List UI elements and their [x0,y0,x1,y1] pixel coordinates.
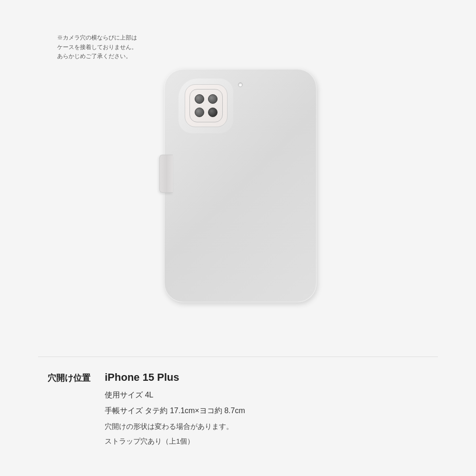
info-table: 穴開け位置 iPhone 15 Plus 使用サイズ 4L 手帳サイズ タテ約 … [48,371,428,447]
dimensions: 手帳サイズ タテ約 17.1cm×ヨコ約 8.7cm [105,404,428,418]
hole-position-label: 穴開け位置 [48,371,105,384]
size-label: 使用サイズ 4L [105,388,428,402]
page-container: ※カメラ穴の横ならびに上部はケースを接着しておりません。あらかじめご了承ください… [0,0,476,476]
shape-note: 穴開けの形状は変わる場合があります。 [105,420,428,433]
strap-note: ストラップ穴あり（上1個） [105,435,428,447]
camera-lens-2 [208,94,218,104]
camera-lens-1 [195,94,204,104]
phone-case-display: ※カメラ穴の横ならびに上部はケースを接着しておりません。あらかじめご了承ください… [38,19,438,347]
device-name: iPhone 15 Plus [105,371,428,384]
camera-lens-3 [195,108,204,117]
case-strap [159,155,173,193]
camera-lens-4 [208,108,218,117]
phone-case-back [164,69,317,302]
camera-module [185,84,228,127]
info-details: iPhone 15 Plus 使用サイズ 4L 手帳サイズ タテ約 17.1cm… [105,371,428,447]
camera-cutout [178,79,233,133]
warning-text-container: ※カメラ穴の横ならびに上部はケースを接着しておりません。あらかじめご了承ください… [57,33,152,61]
phone-case-wrapper [150,60,326,307]
warning-text: ※カメラ穴の横ならびに上部はケースを接着しておりません。あらかじめご了承ください… [57,33,152,61]
camera-lens-area [189,89,223,122]
strap-hole [238,82,243,87]
info-section: 穴開け位置 iPhone 15 Plus 使用サイズ 4L 手帳サイズ タテ約 … [38,357,438,447]
